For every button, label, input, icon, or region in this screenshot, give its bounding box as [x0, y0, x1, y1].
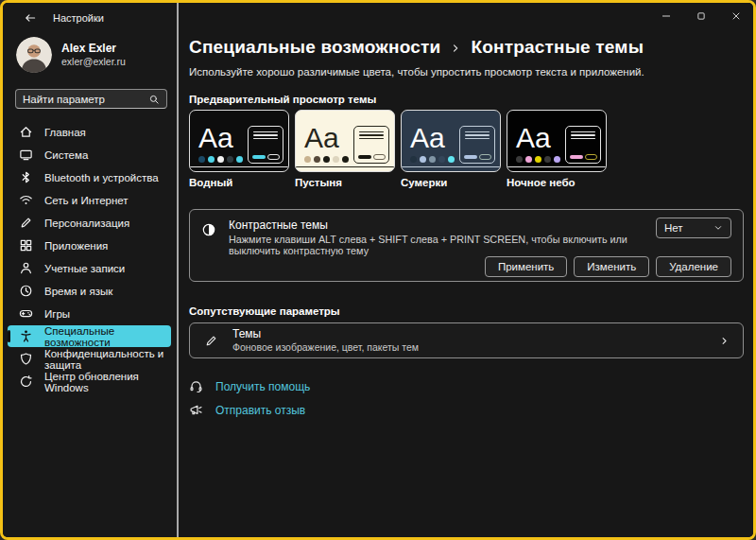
gamepad-icon — [19, 306, 33, 321]
color-dot — [429, 156, 436, 163]
theme-thumbnail: Aa — [507, 110, 607, 172]
sidebar-item-label: Специальные возможности — [44, 325, 171, 348]
apply-button[interactable]: Применить — [485, 256, 567, 277]
sidebar-item-label: Bluetooth и устройства — [44, 172, 159, 183]
sidebar-item-gamepad[interactable]: Игры — [8, 303, 171, 324]
maximize-icon — [696, 10, 707, 22]
sidebar-item-home[interactable]: Главная — [8, 121, 171, 143]
sidebar-item-shield[interactable]: Конфиденциальность и защита — [8, 348, 171, 370]
titlebar — [179, 3, 753, 31]
color-dot — [217, 156, 224, 163]
color-dot — [410, 156, 417, 163]
taskbar-line — [296, 166, 394, 168]
chevron-down-icon — [713, 223, 723, 233]
sidebar-titlebar: Настройки — [3, 3, 177, 31]
color-dot — [448, 156, 455, 163]
theme-card-2[interactable]: AaПустыня — [295, 110, 395, 188]
color-dot — [438, 156, 445, 163]
contrast-theme-dropdown[interactable]: Нет — [656, 218, 731, 238]
color-dot — [516, 156, 523, 163]
chevron-right-icon — [719, 336, 730, 346]
color-dot — [544, 156, 551, 163]
preview-heading: Предварительный просмотр темы — [189, 94, 744, 105]
taskbar-line — [507, 166, 606, 168]
sidebar-item-bluetooth[interactable]: Bluetooth и устройства — [8, 166, 171, 188]
sample-text: Aa — [410, 124, 445, 152]
taskbar-line — [190, 166, 288, 168]
contrast-buttons: ПрименитьИзменитьУдаление — [201, 256, 731, 277]
color-dot — [304, 156, 311, 163]
update-icon — [19, 375, 33, 389]
color-dot — [236, 156, 243, 163]
sidebar-item-accessibility[interactable]: Специальные возможности — [8, 325, 171, 347]
theme-name: Сумерки — [401, 177, 501, 188]
theme-card-3[interactable]: AaСумерки — [401, 110, 501, 188]
color-dot — [333, 156, 339, 163]
sample-text: Aa — [516, 124, 551, 152]
sidebar-item-pen[interactable]: Персонализация — [8, 212, 171, 234]
contrast-subtitle: Нажмите клавиши ALT слева + SHIFT слева … — [229, 234, 644, 256]
breadcrumb-parent[interactable]: Специальные возможности — [189, 37, 440, 58]
color-dot — [227, 156, 233, 163]
page-description: Используйте хорошо различимые цвета, что… — [189, 66, 744, 78]
close-button[interactable] — [718, 3, 753, 28]
dropdown-value: Нет — [664, 222, 683, 234]
related-item-subtitle: Фоновое изображение, цвет, пакеты тем — [232, 341, 419, 354]
home-icon — [19, 125, 33, 139]
color-dot — [420, 156, 426, 163]
chevron-right-icon — [450, 43, 461, 54]
maximize-button[interactable] — [683, 3, 718, 28]
back-button[interactable] — [22, 9, 39, 26]
help-links: Получить помощьОтправить отзыв — [189, 379, 744, 417]
sidebar-item-clock[interactable]: Время и язык — [8, 280, 171, 302]
contrast-title: Контрастные темы — [229, 218, 644, 232]
bluetooth-icon — [19, 170, 33, 184]
user-email: exler@exler.ru — [61, 56, 126, 68]
minimize-icon — [661, 10, 672, 22]
avatar — [16, 37, 52, 73]
minimize-button[interactable] — [648, 3, 683, 28]
sidebar-item-wifi[interactable]: Сеть и Интернет — [8, 189, 171, 211]
app-title: Настройки — [53, 12, 104, 24]
sidebar-item-label: Главная — [44, 127, 86, 138]
sidebar-item-display[interactable]: Система — [8, 144, 171, 165]
color-dot — [323, 156, 330, 163]
sidebar-item-update[interactable]: Центр обновления Windows — [8, 371, 171, 392]
clock-icon — [19, 284, 33, 298]
sidebar-item-label: Система — [44, 149, 88, 161]
palette-dots — [304, 156, 349, 163]
pen-icon — [19, 216, 33, 230]
page-title: Контрастные темы — [471, 37, 644, 58]
link-label: Отправить отзыв — [215, 404, 305, 417]
mini-window — [248, 126, 284, 164]
edit-button[interactable]: Изменить — [574, 256, 649, 277]
themes-settings-row[interactable]: Темы Фоновое изображение, цвет, пакеты т… — [189, 322, 744, 358]
delete-button[interactable]: Удаление — [656, 256, 731, 277]
user-name: Alex Exler — [61, 42, 126, 56]
theme-card-1[interactable]: AaВодный — [189, 110, 289, 188]
theme-name: Пустыня — [295, 177, 395, 188]
contrast-themes-card: Контрастные темы Нажмите клавиши ALT сле… — [189, 209, 744, 282]
send-feedback-link[interactable]: Отправить отзыв — [189, 403, 305, 417]
sample-text: Aa — [304, 124, 339, 152]
theme-name: Ночное небо — [507, 177, 607, 188]
color-dot — [525, 156, 532, 163]
search-box — [15, 89, 167, 109]
palette-dots — [410, 156, 455, 163]
theme-card-4[interactable]: AaНочное небо — [507, 110, 607, 188]
sidebar-item-label: Центр обновления Windows — [44, 371, 171, 393]
color-dot — [342, 156, 349, 163]
person-icon — [19, 261, 33, 275]
sidebar: Настройки Alex Exler exler@exler.ru Глав… — [3, 3, 179, 537]
sidebar-item-person[interactable]: Учетные записи — [8, 257, 171, 279]
get-help-link[interactable]: Получить помощь — [189, 379, 310, 393]
sidebar-item-label: Персонализация — [44, 218, 129, 229]
sidebar-item-apps[interactable]: Приложения — [8, 235, 171, 256]
color-dot — [535, 156, 541, 163]
theme-name: Водный — [189, 177, 289, 188]
theme-thumbnail: Aa — [189, 110, 289, 172]
user-profile[interactable]: Alex Exler exler@exler.ru — [3, 31, 177, 73]
link-label: Получить помощь — [215, 380, 310, 393]
content-column: Специальные возможности Контрастные темы… — [179, 3, 753, 537]
search-input[interactable] — [23, 94, 148, 105]
